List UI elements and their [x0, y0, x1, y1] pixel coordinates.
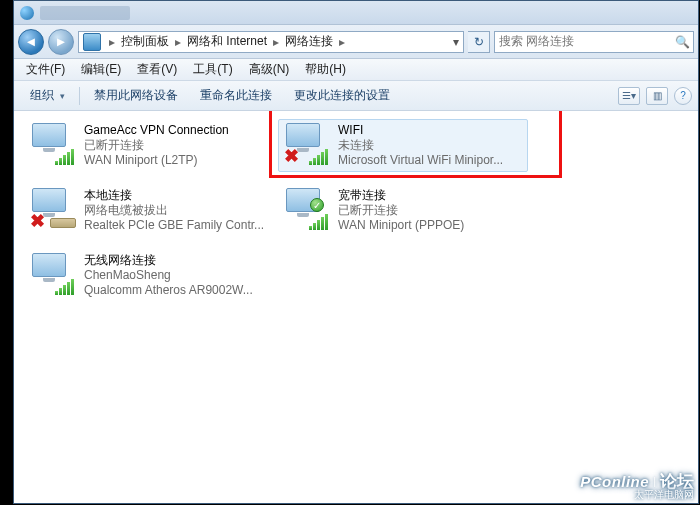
- address-breadcrumb[interactable]: ▸ 控制面板 ▸ 网络和 Internet ▸ 网络连接 ▸ ▾: [78, 31, 464, 53]
- breadcrumb-item[interactable]: 网络连接: [283, 33, 335, 50]
- menu-view[interactable]: 查看(V): [129, 59, 185, 80]
- connection-item[interactable]: ✖WIFI未连接Microsoft Virtual WiFi Minipor..…: [278, 119, 528, 172]
- chevron-right-icon[interactable]: ▸: [269, 35, 283, 49]
- command-bar: 组织 禁用此网络设备 重命名此连接 更改此连接的设置 ☰▾ ▥ ?: [14, 81, 698, 111]
- cmd-right-cluster: ☰▾ ▥ ?: [618, 87, 692, 105]
- help-button[interactable]: ?: [674, 87, 692, 105]
- connection-device: Microsoft Virtual WiFi Minipor...: [338, 153, 503, 168]
- signal-bars-icon: [55, 279, 74, 295]
- cmd-rename[interactable]: 重命名此连接: [190, 83, 282, 108]
- menu-tools[interactable]: 工具(T): [185, 59, 240, 80]
- connection-text: 宽带连接已断开连接WAN Miniport (PPPOE): [338, 188, 464, 233]
- preview-pane-button[interactable]: ▥: [646, 87, 668, 105]
- connection-status: 网络电缆被拔出: [84, 203, 264, 218]
- breadcrumb-item[interactable]: 网络和 Internet: [185, 33, 269, 50]
- connection-status: 未连接: [338, 138, 503, 153]
- menu-edit[interactable]: 编辑(E): [73, 59, 129, 80]
- breadcrumb-item[interactable]: 控制面板: [119, 33, 171, 50]
- connection-name: WIFI: [338, 123, 503, 138]
- menu-file[interactable]: 文件(F): [18, 59, 73, 80]
- refresh-button[interactable]: ↻: [468, 31, 490, 53]
- cmd-disable-device[interactable]: 禁用此网络设备: [84, 83, 188, 108]
- chevron-right-icon[interactable]: ▸: [105, 35, 119, 49]
- connection-icon: ✓: [284, 188, 330, 230]
- connection-text: 无线网络连接ChenMaoShengQualcomm Atheros AR900…: [84, 253, 253, 298]
- chevron-down-icon[interactable]: ▾: [449, 35, 463, 49]
- connection-text: WIFI未连接Microsoft Virtual WiFi Minipor...: [338, 123, 503, 168]
- view-options-button[interactable]: ☰▾: [618, 87, 640, 105]
- connection-text: 本地连接网络电缆被拔出Realtek PCIe GBE Family Contr…: [84, 188, 264, 233]
- connection-icon: ✖: [284, 123, 330, 165]
- connection-name: 本地连接: [84, 188, 264, 203]
- location-icon: [83, 33, 101, 51]
- connection-item[interactable]: ✓宽带连接已断开连接WAN Miniport (PPPOE): [278, 184, 528, 237]
- connection-item[interactable]: ✖本地连接网络电缆被拔出Realtek PCIe GBE Family Cont…: [24, 184, 274, 237]
- cmd-change-settings[interactable]: 更改此连接的设置: [284, 83, 400, 108]
- signal-bars-icon: [309, 149, 328, 165]
- connection-status: 已断开连接: [338, 203, 464, 218]
- cmd-organize[interactable]: 组织: [20, 83, 75, 108]
- connection-status: ChenMaoSheng: [84, 268, 253, 283]
- search-icon: 🔍: [675, 35, 689, 49]
- chevron-right-icon[interactable]: ▸: [171, 35, 185, 49]
- menu-help[interactable]: 帮助(H): [297, 59, 354, 80]
- search-placeholder: 搜索 网络连接: [499, 33, 574, 50]
- error-x-icon: ✖: [284, 149, 300, 165]
- connection-device: Realtek PCIe GBE Family Contr...: [84, 218, 264, 233]
- connection-item[interactable]: 无线网络连接ChenMaoShengQualcomm Atheros AR900…: [24, 249, 274, 302]
- connection-icon: ✖: [30, 188, 76, 230]
- connection-text: GameAcc VPN Connection已断开连接WAN Miniport …: [84, 123, 229, 168]
- window-frame: ◄ ► ▸ 控制面板 ▸ 网络和 Internet ▸ 网络连接 ▸ ▾ ↻ 搜…: [13, 0, 699, 504]
- connection-name: 宽带连接: [338, 188, 464, 203]
- content-area: GameAcc VPN Connection已断开连接WAN Miniport …: [14, 111, 698, 503]
- error-x-icon: ✖: [30, 214, 46, 230]
- check-icon: ✓: [310, 198, 324, 212]
- connection-name: GameAcc VPN Connection: [84, 123, 229, 138]
- connection-item[interactable]: GameAcc VPN Connection已断开连接WAN Miniport …: [24, 119, 274, 172]
- menu-bar: 文件(F) 编辑(E) 查看(V) 工具(T) 高级(N) 帮助(H): [14, 59, 698, 81]
- connection-status: 已断开连接: [84, 138, 229, 153]
- connection-icon: [30, 123, 76, 165]
- connection-icon: [30, 253, 76, 295]
- forward-button[interactable]: ►: [48, 29, 74, 55]
- signal-bars-icon: [55, 149, 74, 165]
- connection-device: Qualcomm Atheros AR9002W...: [84, 283, 253, 298]
- back-button[interactable]: ◄: [18, 29, 44, 55]
- search-input[interactable]: 搜索 网络连接 🔍: [494, 31, 694, 53]
- cable-icon: [50, 218, 76, 228]
- app-icon: [20, 6, 34, 20]
- connections-grid: GameAcc VPN Connection已断开连接WAN Miniport …: [24, 119, 688, 314]
- signal-bars-icon: [309, 214, 328, 230]
- connection-device: WAN Miniport (PPPOE): [338, 218, 464, 233]
- connection-name: 无线网络连接: [84, 253, 253, 268]
- menu-advanced[interactable]: 高级(N): [241, 59, 298, 80]
- connection-device: WAN Miniport (L2TP): [84, 153, 229, 168]
- title-bar: [14, 1, 698, 25]
- separator: [79, 87, 80, 105]
- nav-bar: ◄ ► ▸ 控制面板 ▸ 网络和 Internet ▸ 网络连接 ▸ ▾ ↻ 搜…: [14, 25, 698, 59]
- chevron-right-icon[interactable]: ▸: [335, 35, 349, 49]
- title-blur: [40, 6, 130, 20]
